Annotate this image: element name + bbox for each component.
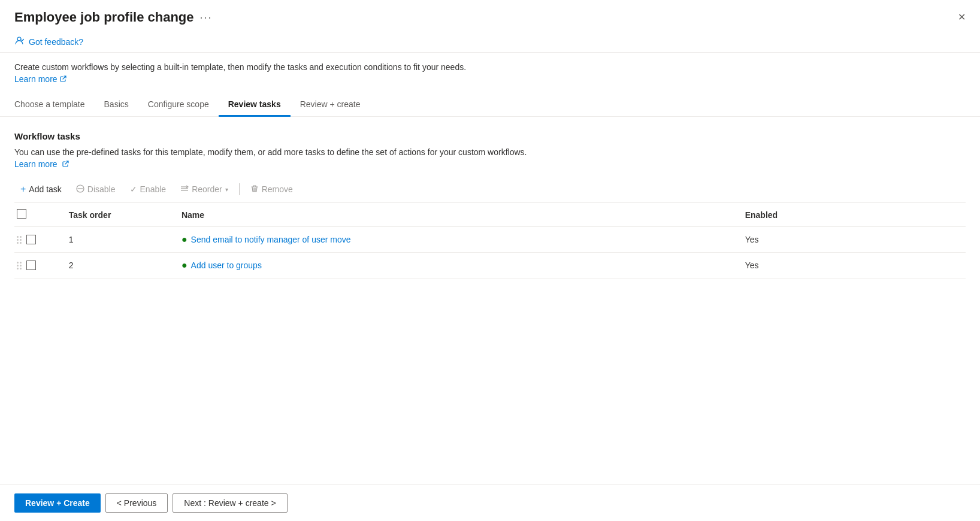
trash-icon bbox=[250, 184, 259, 195]
reorder-button[interactable]: Reorder ▾ bbox=[174, 181, 234, 198]
reorder-icon bbox=[180, 184, 189, 195]
description-text: Create custom workflows by selecting a b… bbox=[14, 62, 966, 72]
row1-task-link[interactable]: ● Send email to notify manager of user m… bbox=[182, 234, 351, 245]
page-title: Employee job profile change bbox=[14, 10, 194, 25]
external-link-icon bbox=[60, 75, 66, 83]
page-container: Employee job profile change ··· ✕ Got fe… bbox=[0, 0, 980, 521]
reorder-chevron-icon: ▾ bbox=[225, 186, 228, 193]
feedback-bar[interactable]: Got feedback? bbox=[0, 31, 980, 52]
close-icon[interactable]: ✕ bbox=[958, 13, 966, 22]
next-button[interactable]: Next : Review + create > bbox=[173, 493, 287, 513]
enable-checkmark-icon: ✓ bbox=[130, 184, 137, 194]
row1-drag-select bbox=[14, 227, 64, 253]
tab-review-create[interactable]: Review + create bbox=[291, 93, 370, 117]
previous-button[interactable]: < Previous bbox=[105, 493, 168, 513]
tab-basics[interactable]: Basics bbox=[95, 93, 138, 117]
task-table: Task order Name Enabled bbox=[14, 203, 966, 278]
main-content: Workflow tasks You can use the pre-defin… bbox=[0, 117, 980, 484]
learn-more-link-top[interactable]: Learn more bbox=[14, 74, 66, 84]
drag-handle-2[interactable] bbox=[17, 262, 22, 269]
row2-checkbox[interactable] bbox=[26, 260, 36, 270]
drag-handle-1[interactable] bbox=[17, 236, 22, 244]
header-left: Employee job profile change ··· bbox=[14, 10, 213, 25]
add-task-button[interactable]: + Add task bbox=[14, 181, 68, 198]
svg-point-0 bbox=[17, 37, 21, 41]
row1-enabled: Yes bbox=[740, 227, 966, 253]
review-create-button[interactable]: Review + Create bbox=[14, 493, 101, 513]
section-description: You can use the pre-defined tasks for th… bbox=[14, 147, 966, 157]
table-header-row: Task order Name Enabled bbox=[14, 203, 966, 227]
more-options-icon[interactable]: ··· bbox=[200, 11, 213, 24]
select-all-header bbox=[14, 203, 64, 227]
row2-enabled: Yes bbox=[740, 253, 966, 278]
enable-button[interactable]: ✓ Enable bbox=[124, 181, 173, 197]
row1-checkbox[interactable] bbox=[26, 235, 36, 244]
external-link-icon-2 bbox=[62, 159, 69, 169]
table-row: 1 ● Send email to notify manager of user… bbox=[14, 227, 966, 253]
col-enabled: Enabled bbox=[740, 203, 966, 227]
row1-status-icon: ● bbox=[182, 234, 187, 245]
toolbar-divider bbox=[239, 183, 240, 195]
disable-button[interactable]: Disable bbox=[70, 181, 122, 198]
tasks-toolbar: + Add task Disable ✓ Enable bbox=[14, 174, 966, 203]
footer: Review + Create < Previous Next : Review… bbox=[0, 484, 980, 521]
section-title: Workflow tasks bbox=[14, 131, 966, 141]
description-section: Create custom workflows by selecting a b… bbox=[0, 53, 980, 89]
row2-task-link[interactable]: ● Add user to groups bbox=[182, 260, 262, 271]
table-row: 2 ● Add user to groups Yes bbox=[14, 253, 966, 278]
row1-order: 1 bbox=[64, 227, 177, 253]
tabs-container: Choose a template Basics Configure scope… bbox=[0, 93, 980, 117]
row2-drag-select bbox=[14, 253, 64, 278]
disable-icon bbox=[76, 184, 84, 195]
col-name: Name bbox=[177, 203, 740, 227]
header-checkbox[interactable] bbox=[17, 209, 26, 219]
add-icon: + bbox=[20, 184, 26, 195]
tab-choose-template[interactable]: Choose a template bbox=[14, 93, 95, 117]
learn-more-link-workflow[interactable]: Learn more bbox=[14, 159, 69, 169]
remove-button[interactable]: Remove bbox=[244, 181, 299, 198]
feedback-person-icon bbox=[14, 36, 24, 47]
row2-order: 2 bbox=[64, 253, 177, 278]
row2-status-icon: ● bbox=[182, 260, 187, 271]
tab-review-tasks[interactable]: Review tasks bbox=[219, 93, 291, 117]
col-task-order: Task order bbox=[64, 203, 177, 227]
tab-configure-scope[interactable]: Configure scope bbox=[138, 93, 219, 117]
row2-name: ● Add user to groups bbox=[177, 253, 740, 278]
feedback-label: Got feedback? bbox=[29, 37, 83, 47]
row1-name: ● Send email to notify manager of user m… bbox=[177, 227, 740, 253]
header: Employee job profile change ··· ✕ bbox=[0, 0, 980, 31]
